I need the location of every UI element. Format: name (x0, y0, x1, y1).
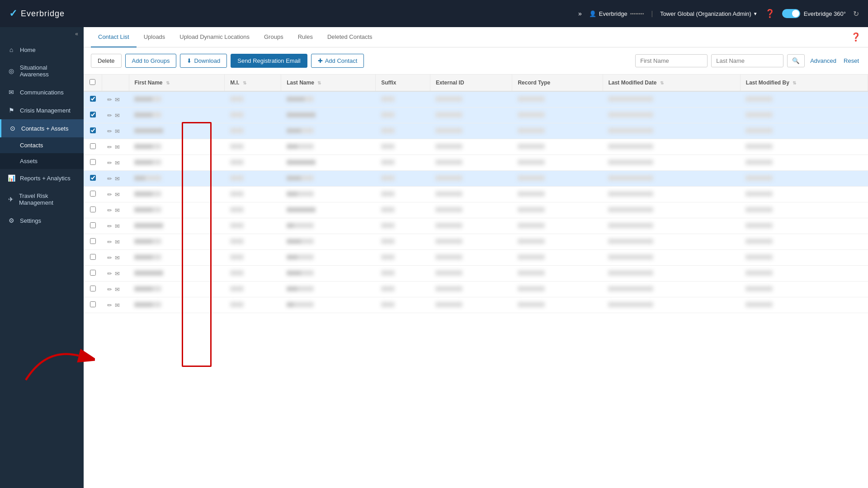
sidebar-item-contacts-assets[interactable]: ⊙ Contacts + Assets (0, 119, 84, 137)
edit-icon[interactable]: ✏ (107, 112, 112, 119)
download-button[interactable]: ⬇ Download (180, 54, 227, 68)
row-actions-cell: ✏ ✉ (102, 187, 129, 202)
table-row: ✏ ✉ XXXXX XXX (84, 139, 868, 155)
row-checkbox[interactable] (90, 301, 96, 307)
header-last-modified-date[interactable]: Last Modified Date ⇅ (603, 75, 740, 91)
row-checkbox[interactable] (90, 175, 96, 181)
first-name-search-input[interactable] (635, 54, 708, 67)
header-last-name[interactable]: Last Name ⇅ (281, 75, 376, 91)
row-checkbox[interactable] (90, 286, 96, 291)
row-checkbox-cell (84, 282, 102, 297)
row-first-name: XXXXX (129, 250, 225, 266)
sidebar-item-settings[interactable]: ⚙ Settings (0, 211, 84, 230)
edit-icon[interactable]: ✏ (107, 96, 112, 103)
row-checkbox[interactable] (90, 270, 96, 276)
sidebar-item-home[interactable]: ⌂ Home (0, 41, 84, 59)
sidebar-item-travel-risk[interactable]: ✈ Travel Risk Management (0, 187, 84, 211)
tab-rules[interactable]: Rules (291, 27, 320, 47)
row-checkbox[interactable] (90, 206, 96, 212)
row-checkbox[interactable] (90, 254, 96, 260)
email-icon[interactable]: ✉ (115, 144, 120, 150)
edit-icon[interactable]: ✏ (107, 286, 112, 293)
email-icon[interactable]: ✉ (115, 286, 120, 293)
tab-uploads[interactable]: Uploads (137, 27, 173, 47)
row-checkbox[interactable] (90, 127, 96, 133)
advanced-button[interactable]: Advanced (808, 56, 838, 66)
row-checkbox[interactable] (90, 191, 96, 197)
row-external-id (430, 250, 512, 266)
row-checkbox[interactable] (90, 112, 96, 117)
table-container: First Name ⇅ M.I. ⇅ Last Name ⇅ Suffix E… (84, 75, 868, 313)
help-icon[interactable]: ❓ (765, 9, 775, 19)
edit-icon[interactable]: ✏ (107, 160, 112, 166)
tab-upload-dynamic-locations[interactable]: Upload Dynamic Locations (172, 27, 257, 47)
search-button[interactable]: 🔍 (787, 54, 805, 67)
select-all-checkbox[interactable] (90, 79, 95, 85)
edit-icon[interactable]: ✏ (107, 239, 112, 245)
row-last-modified-date (603, 187, 740, 202)
edit-icon[interactable]: ✏ (107, 270, 112, 277)
edit-icon[interactable]: ✏ (107, 254, 112, 261)
email-icon[interactable]: ✉ (115, 96, 120, 103)
sidebar-item-situational-awareness[interactable]: ◎ Situational Awareness (0, 59, 84, 83)
org-label: Tower Global (Organization Admin) (660, 10, 751, 17)
tab-groups[interactable]: Groups (257, 27, 291, 47)
sidebar-item-communications[interactable]: ✉ Communications (0, 83, 84, 101)
edit-icon[interactable]: ✏ (107, 302, 112, 309)
edit-icon[interactable]: ✏ (107, 144, 112, 150)
email-icon[interactable]: ✉ (115, 239, 120, 245)
expand-button[interactable]: » (578, 10, 582, 17)
row-checkbox-cell (84, 218, 102, 234)
table-row: ✏ ✉ XXXXX XXXXXXXX (84, 202, 868, 218)
email-icon[interactable]: ✉ (115, 191, 120, 198)
email-icon[interactable]: ✉ (115, 112, 120, 119)
org-selector[interactable]: Tower Global (Organization Admin) ▼ (660, 10, 758, 17)
email-icon[interactable]: ✉ (115, 128, 120, 135)
edit-icon[interactable]: ✏ (107, 191, 112, 198)
add-to-groups-button[interactable]: Add to Groups (125, 54, 177, 68)
row-first-name: XXXXXXXX (129, 218, 225, 234)
sidebar-item-contacts[interactable]: Contacts (0, 137, 84, 153)
row-record-type (512, 234, 603, 250)
email-icon[interactable]: ✉ (115, 302, 120, 309)
row-checkbox[interactable] (90, 96, 96, 102)
sidebar-collapse-button[interactable]: « (0, 27, 84, 41)
everbridge360-toggle[interactable] (782, 9, 800, 18)
row-checkbox[interactable] (90, 159, 96, 165)
email-icon[interactable]: ✉ (115, 175, 120, 182)
home-icon: ⌂ (7, 46, 15, 53)
add-contact-button[interactable]: ✚ Add Contact (311, 54, 364, 68)
row-checkbox-cell (84, 155, 102, 171)
edit-icon[interactable]: ✏ (107, 207, 112, 214)
header-mi[interactable]: M.I. ⇅ (225, 75, 281, 91)
row-last-modified-by (740, 250, 868, 266)
edit-icon[interactable]: ✏ (107, 223, 112, 230)
tab-help-icon[interactable]: ❓ (851, 32, 861, 42)
email-icon[interactable]: ✉ (115, 270, 120, 277)
email-icon[interactable]: ✉ (115, 254, 120, 261)
edit-icon[interactable]: ✏ (107, 128, 112, 135)
row-checkbox[interactable] (90, 222, 96, 228)
header-last-modified-by[interactable]: Last Modified By ⇅ (740, 75, 868, 91)
sidebar-item-assets[interactable]: Assets (0, 153, 84, 169)
reset-button[interactable]: Reset (842, 56, 861, 66)
row-actions-cell: ✏ ✉ (102, 202, 129, 218)
sidebar-item-reports-analytics[interactable]: 📊 Reports + Analytics (0, 169, 84, 187)
sidebar-item-crisis-management[interactable]: ⚑ Crisis Management (0, 101, 84, 119)
tab-contact-list[interactable]: Contact List (91, 27, 137, 47)
header-first-name[interactable]: First Name ⇅ (129, 75, 225, 91)
delete-button[interactable]: Delete (91, 54, 122, 68)
email-icon[interactable]: ✉ (115, 160, 120, 166)
row-checkbox[interactable] (90, 238, 96, 244)
email-icon[interactable]: ✉ (115, 207, 120, 214)
row-last-name: XXXXX (281, 91, 376, 108)
row-checkbox[interactable] (90, 143, 96, 149)
tab-deleted-contacts[interactable]: Deleted Contacts (320, 27, 380, 47)
email-icon[interactable]: ✉ (115, 223, 120, 230)
refresh-icon[interactable]: ↻ (853, 9, 859, 18)
row-record-type (512, 250, 603, 266)
row-actions-cell: ✏ ✉ (102, 108, 129, 123)
edit-icon[interactable]: ✏ (107, 175, 112, 182)
send-registration-email-button[interactable]: Send Registration Email (231, 54, 307, 68)
last-name-search-input[interactable] (711, 54, 783, 67)
